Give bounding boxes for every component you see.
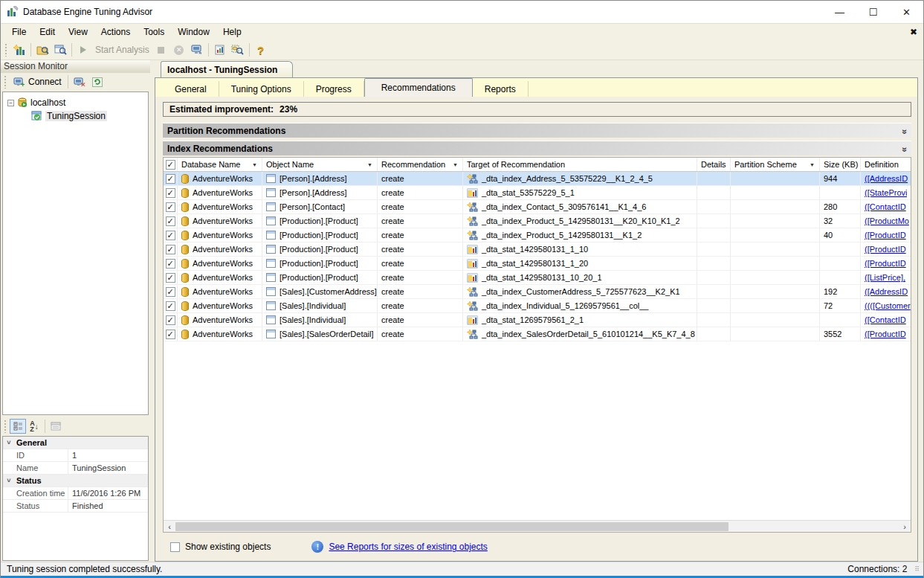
- tuning-options-icon[interactable]: [229, 42, 247, 58]
- definition-link[interactable]: ([ProductID: [865, 330, 906, 338]
- definition-link[interactable]: ([ProductID: [865, 231, 906, 240]
- tab-general[interactable]: General: [163, 81, 219, 97]
- property-category-general[interactable]: ˅ General: [3, 437, 148, 449]
- categorized-icon[interactable]: ++: [10, 419, 26, 434]
- table-row[interactable]: ✓ AdventureWorks [Production].[Product] …: [164, 243, 911, 257]
- tree-item-server[interactable]: − localhost: [3, 96, 148, 109]
- row-checkbox[interactable]: ✓: [166, 330, 175, 339]
- refresh-icon[interactable]: [88, 74, 106, 90]
- new-session-icon[interactable]: [10, 42, 28, 58]
- definition-link[interactable]: ([ProductID: [865, 259, 906, 268]
- definition-link[interactable]: ([AddressID: [865, 174, 908, 183]
- select-all-checkbox[interactable]: ✓: [166, 160, 175, 170]
- close-button[interactable]: ✕: [890, 1, 923, 23]
- definition-link[interactable]: ([ListPrice],: [865, 273, 905, 282]
- row-checkbox[interactable]: ✓: [166, 245, 175, 254]
- header-object-name[interactable]: Object Name▼: [262, 158, 378, 171]
- property-row-id[interactable]: ID 1: [3, 449, 148, 462]
- resize-grip[interactable]: ⠿: [914, 565, 920, 573]
- filter-arrow-icon[interactable]: ▼: [810, 162, 815, 167]
- definition-link[interactable]: ((([Customer: [865, 301, 911, 310]
- row-checkbox[interactable]: ✓: [166, 301, 175, 311]
- table-row[interactable]: ✓ AdventureWorks [Production].[Product] …: [164, 257, 911, 271]
- connect-button[interactable]: + Connect: [10, 75, 65, 89]
- menu-item[interactable]: File: [5, 25, 33, 39]
- maximize-button[interactable]: ☐: [856, 1, 890, 23]
- row-checkbox[interactable]: ✓: [166, 259, 175, 269]
- header-target[interactable]: Target of Recommendation: [463, 158, 697, 171]
- table-row[interactable]: ✓ AdventureWorks [Sales].[SalesOrderDeta…: [164, 327, 911, 341]
- filter-arrow-icon[interactable]: ▼: [367, 162, 372, 167]
- menu-item[interactable]: View: [62, 25, 94, 39]
- tab-tuning-options[interactable]: Tuning Options: [219, 81, 304, 97]
- table-row[interactable]: ✓ AdventureWorks [Sales].[Individual] cr…: [164, 299, 911, 313]
- toolbar-grip[interactable]: [4, 75, 7, 89]
- menu-item[interactable]: Help: [216, 25, 248, 39]
- property-row-status[interactable]: Status Finished: [3, 500, 148, 513]
- open-session-icon[interactable]: [33, 42, 51, 58]
- row-checkbox[interactable]: ✓: [166, 273, 175, 283]
- filter-arrow-icon[interactable]: ▼: [252, 162, 257, 167]
- table-row[interactable]: ✓ AdventureWorks [Person].[Contact] crea…: [164, 200, 911, 214]
- tree-item-session[interactable]: TuningSession: [3, 109, 148, 123]
- scroll-left-icon[interactable]: ‹: [164, 521, 175, 533]
- row-checkbox[interactable]: ✓: [166, 202, 175, 212]
- row-checkbox[interactable]: ✓: [166, 216, 175, 226]
- document-tab[interactable]: localhost - TuningSession: [161, 61, 293, 77]
- menu-item[interactable]: Window: [171, 25, 216, 39]
- expand-chevron-icon[interactable]: »: [900, 147, 911, 150]
- minimize-button[interactable]: —: [823, 1, 856, 23]
- horizontal-scrollbar[interactable]: ‹ ›: [164, 520, 911, 532]
- header-partition-scheme[interactable]: Partition Scheme▼: [731, 158, 820, 171]
- cancel-icon[interactable]: ✕: [170, 42, 188, 58]
- partition-recommendations-bar[interactable]: Partition Recommendations »: [163, 123, 911, 138]
- start-analysis-label[interactable]: Start Analysis: [92, 45, 152, 55]
- filter-arrow-icon[interactable]: ▼: [453, 162, 458, 167]
- help-icon[interactable]: ?: [252, 42, 270, 58]
- open-workload-icon[interactable]: [51, 42, 69, 58]
- definition-link[interactable]: ([ContactID: [865, 202, 906, 211]
- row-checkbox[interactable]: ✓: [166, 188, 175, 198]
- alphabetical-sort-icon[interactable]: AZ↓: [26, 419, 42, 434]
- row-checkbox[interactable]: ✓: [166, 174, 175, 184]
- property-category-status[interactable]: ˅ Status: [3, 475, 148, 487]
- index-recommendations-bar[interactable]: Index Recommendations »: [163, 141, 911, 155]
- table-row[interactable]: ✓ AdventureWorks [Production].[Product] …: [164, 228, 911, 243]
- expand-chevron-icon[interactable]: »: [900, 129, 911, 132]
- tab-recommendations[interactable]: Recommendations: [364, 78, 473, 97]
- row-checkbox[interactable]: ✓: [166, 315, 175, 325]
- definition-link[interactable]: ([ContactID: [865, 315, 906, 324]
- see-reports-link[interactable]: See Reports for sizes of existing object…: [329, 542, 487, 552]
- export-report-icon[interactable]: [211, 42, 229, 58]
- menu-item[interactable]: Actions: [94, 25, 137, 39]
- show-existing-objects-checkbox[interactable]: [170, 542, 180, 552]
- definition-link[interactable]: ([AddressID: [865, 287, 908, 296]
- collapse-icon[interactable]: −: [7, 100, 14, 106]
- stop-analysis-icon[interactable]: [152, 42, 170, 58]
- disconnect-icon[interactable]: ✕: [71, 74, 88, 90]
- header-recommendation[interactable]: Recommendation▼: [378, 158, 463, 171]
- property-row-creation-time[interactable]: Creation time 11/6/2016 1:26 PM: [3, 487, 148, 500]
- property-pages-icon[interactable]: [48, 419, 64, 434]
- row-checkbox[interactable]: ✓: [166, 287, 175, 297]
- scroll-right-icon[interactable]: ›: [899, 521, 911, 533]
- header-definition[interactable]: Definition: [861, 158, 911, 171]
- toolbar-grip[interactable]: [4, 420, 7, 433]
- table-row[interactable]: ✓ AdventureWorks [Production].[Product] …: [164, 214, 911, 228]
- header-database-name[interactable]: Database Name▼: [178, 158, 262, 171]
- table-row[interactable]: ✓ AdventureWorks [Person].[Address] crea…: [164, 172, 911, 186]
- property-row-name[interactable]: Name TuningSession: [3, 462, 148, 475]
- table-row[interactable]: ✓ AdventureWorks [Production].[Product] …: [164, 271, 911, 285]
- row-checkbox[interactable]: ✓: [166, 231, 175, 240]
- tab-progress[interactable]: Progress: [304, 81, 364, 97]
- definition-link[interactable]: ([StateProvi: [865, 188, 907, 197]
- menu-item[interactable]: Edit: [33, 25, 62, 39]
- definition-link[interactable]: ([ProductID: [865, 245, 906, 254]
- menu-item[interactable]: Tools: [137, 25, 171, 39]
- table-row[interactable]: ✓ AdventureWorks [Person].[Address] crea…: [164, 186, 911, 200]
- apply-recommendations-icon[interactable]: [188, 42, 206, 58]
- start-analysis-icon[interactable]: [74, 42, 92, 58]
- tab-reports[interactable]: Reports: [473, 81, 529, 97]
- table-row[interactable]: ✓ AdventureWorks [Sales].[Individual] cr…: [164, 313, 911, 327]
- toolbar-grip[interactable]: [4, 43, 8, 57]
